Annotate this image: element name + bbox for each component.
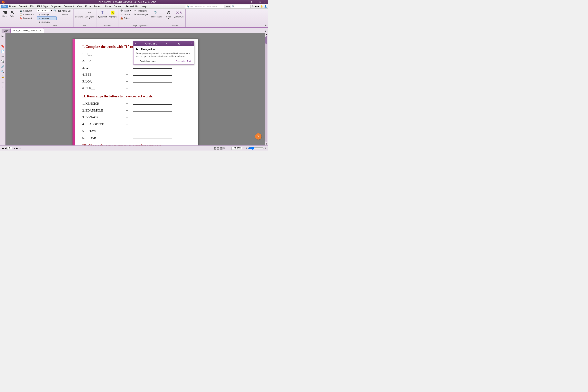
menu-form[interactable]: Form	[84, 5, 92, 8]
menu-protect[interactable]: Protect	[92, 5, 103, 8]
popup-settings-icon[interactable]: ⚙	[178, 42, 180, 45]
menu-comment[interactable]: Comment	[62, 5, 76, 8]
bookmark-icon: 🔖	[20, 17, 23, 20]
dont-show-checkbox[interactable]	[136, 60, 139, 62]
view-buttons: 127.63% ▼ 🔍 ⊡ Fit Page ↔ Fit Width ⊠	[37, 9, 72, 24]
maximize-button[interactable]: □	[258, 1, 262, 4]
sidebar-attachments[interactable]: 🔗	[0, 64, 5, 69]
delete-button[interactable]: ✕ Delete	[120, 13, 132, 16]
scroll-thumb[interactable]	[266, 36, 267, 44]
highlight-button[interactable]: A Highlight	[108, 9, 118, 18]
view-two-page[interactable]: ▥	[220, 146, 223, 150]
bookmark-button[interactable]: 🔖 Bookmark	[19, 16, 35, 20]
popup-title: Text Recognition	[136, 48, 192, 51]
rotate-pages-button[interactable]: ↻ Rotate Pages	[149, 9, 162, 18]
sidebar-annotations[interactable]: ✏	[0, 54, 5, 59]
rotate-left-button[interactable]: ↺ Rotate Left	[132, 9, 149, 12]
tell-me-box[interactable]: 🔦 Tell me what you want to do...	[185, 5, 224, 8]
active-document-tab[interactable]: FILE_20220219_194442... ✕	[10, 28, 44, 33]
menu-home[interactable]: Home	[8, 5, 17, 8]
view-single[interactable]: ▦	[214, 146, 216, 150]
zoom-slider[interactable]	[248, 147, 264, 150]
zoom-in-button[interactable]: +	[246, 146, 247, 150]
menu-accessibility[interactable]: Accessibility	[124, 5, 140, 8]
nav-forward[interactable]: ▶	[258, 5, 259, 8]
search-options[interactable]: ⚙	[252, 5, 254, 8]
popup-close-button[interactable]: −	[191, 42, 192, 45]
insert-button[interactable]: ➕ Insert ▼	[120, 9, 132, 12]
fit-width-button[interactable]: ↔ Fit Width	[37, 16, 57, 20]
current-page-input[interactable]	[7, 146, 12, 150]
notifications[interactable]: 🔔	[260, 5, 263, 8]
extract-button[interactable]: 📤 Extract	[120, 16, 132, 20]
user-account[interactable]: 👤	[264, 5, 267, 8]
zoom-dropdown-bar[interactable]: ▼	[243, 147, 245, 149]
zoom-max-button[interactable]: +	[264, 146, 266, 150]
zoom-search[interactable]: 🔍	[53, 9, 57, 12]
menu-fill-sign[interactable]: Fill & Sign	[36, 5, 50, 8]
sidebar-pages[interactable]: ☰	[0, 39, 5, 44]
snapshot-button[interactable]: 📷 SnapShot	[19, 9, 35, 12]
sidebar-comments[interactable]: 💬	[0, 59, 5, 64]
rotate-right-icon: ↻	[133, 13, 136, 16]
start-tab[interactable]: Start	[2, 29, 10, 33]
reflow-button[interactable]: ⇄ Reflow	[57, 13, 72, 16]
view-option4[interactable]: ⧉	[224, 146, 226, 150]
sidebar-bookmarks[interactable]: 🔖	[0, 44, 5, 48]
sidebar-security[interactable]: 🔒	[0, 74, 5, 79]
vertical-scrollbar: ▲ ▼	[265, 33, 268, 146]
menu-organize[interactable]: Organize	[50, 5, 62, 8]
scroll-down-button[interactable]: ▼	[265, 142, 268, 146]
scroll-up-button[interactable]: ▲	[265, 33, 268, 36]
clipboard-button[interactable]: 📋 Clipboard ▼	[19, 13, 35, 16]
menu-edit[interactable]: Edit	[28, 5, 36, 8]
fit-page-button[interactable]: ⊡ Fit Page	[37, 13, 57, 16]
ribbon-group-tools: ☚ Hand ↖ Select	[1, 9, 18, 27]
zoom-out-button[interactable]: −	[229, 146, 231, 150]
ribbon-collapse[interactable]: ▲	[264, 9, 267, 27]
zoom-input-bar[interactable]	[232, 146, 242, 150]
popup-next-button[interactable]: ›	[166, 42, 167, 45]
view-col: 127.63% ▼ 🔍 ⊡ Fit Page ↔ Fit Width ⊠	[37, 9, 57, 24]
actual-size-button[interactable]: 1:1 Actual Size	[57, 9, 72, 12]
menu-convert[interactable]: Convert	[17, 5, 28, 8]
menu-help[interactable]: Help	[140, 5, 148, 8]
sidebar-layers[interactable]: 📄	[0, 49, 5, 54]
popup-prev-button[interactable]: ‹	[135, 42, 136, 45]
tab-dropdown[interactable]: ▼	[264, 30, 267, 33]
quick-ocr-button[interactable]: OCR Quick OCR	[173, 9, 184, 18]
popup-clear-button[interactable]: Clear	[146, 42, 150, 45]
menu-share[interactable]: Share	[103, 5, 112, 8]
prev-page-button[interactable]: ◀	[5, 147, 6, 150]
hand-button[interactable]: ☚ Hand	[1, 9, 8, 18]
scan-button[interactable]: 🖨 Scan ▼	[165, 9, 172, 20]
section2-item-6: 6. REDAB →	[82, 136, 188, 140]
view-continuous[interactable]: ▤	[217, 146, 219, 150]
fit-visible-button[interactable]: ⊠ Fit Visible	[37, 20, 57, 24]
find-box[interactable]: 🔍	[231, 5, 250, 8]
recognize-text-button[interactable]: Recognize Text	[176, 60, 191, 62]
rotate-right-button[interactable]: ↻ Rotate Right	[132, 13, 149, 16]
tab-close-button[interactable]: ✕	[40, 29, 42, 32]
sidebar-expand[interactable]: ▶	[0, 34, 5, 38]
next-page-button[interactable]: ▶	[16, 147, 18, 150]
nav-back[interactable]: ◀	[255, 5, 256, 8]
sidebar-sign[interactable]: ✒	[0, 85, 5, 90]
edit-object-button[interactable]: ✏ Edit Object ▼	[84, 9, 95, 20]
zoom-dropdown[interactable]: ▼	[50, 10, 53, 12]
first-page-button[interactable]: ⏮	[2, 147, 4, 150]
last-page-button[interactable]: ⏭	[18, 147, 21, 150]
menu-file[interactable]: File	[1, 5, 8, 8]
minimize-button[interactable]: −	[254, 1, 257, 4]
menu-view[interactable]: View	[76, 5, 84, 8]
typewriter-button[interactable]: T Typewriter	[97, 9, 108, 18]
menu-connect[interactable]: Connect	[112, 5, 124, 8]
sidebar-fields[interactable]: ☰	[0, 80, 5, 84]
zoom-input[interactable]: 127.63%	[37, 9, 50, 12]
sidebar-search[interactable]: 🔍	[0, 70, 5, 74]
close-button[interactable]: ✕	[263, 1, 266, 4]
support-chat-button[interactable]: ?	[255, 133, 262, 140]
select-button[interactable]: ↖ Select	[9, 9, 17, 18]
edit-text-button[interactable]: T Edit Text	[74, 9, 83, 18]
section2-item-3: 3. EGNAOR →	[82, 115, 188, 119]
